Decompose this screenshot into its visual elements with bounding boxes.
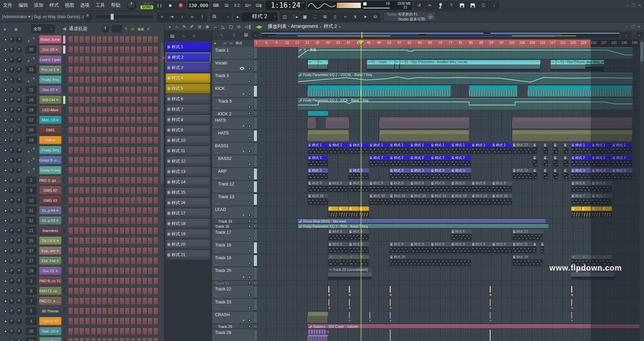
step-cell[interactable] <box>108 217 113 224</box>
step-cell[interactable] <box>79 297 84 305</box>
step-cell[interactable] <box>130 126 136 134</box>
step-cell[interactable] <box>85 76 90 83</box>
collapse-triangle-icon[interactable]: ▲ <box>242 92 245 95</box>
step-cell[interactable] <box>108 56 113 63</box>
step-cell[interactable] <box>153 106 158 114</box>
menu-选项[interactable]: 选项 <box>77 2 93 8</box>
pattern-clip[interactable]: 样式 9 <box>451 242 471 253</box>
pattern-clip[interactable]: 样式 18 <box>472 194 492 205</box>
link-icon[interactable]: ∞ <box>187 12 197 21</box>
step-cell[interactable] <box>102 86 107 94</box>
song-pat-toggle[interactable]: PAT SONG <box>141 2 153 9</box>
step-cell[interactable] <box>102 227 107 234</box>
channelrack-icon[interactable]: ▦ <box>300 12 310 21</box>
step-cell[interactable] <box>153 86 158 94</box>
pattern-clip[interactable]: 样式 8 <box>349 181 369 192</box>
pattern-item[interactable]: 样式 15 <box>166 188 210 197</box>
sample-clip[interactable] <box>308 117 315 128</box>
track-lane-Vocals[interactable]: ⊶⊶⊶01 -..ocals⊶⊶01 - Gigi D'Agostino - A… <box>254 60 639 72</box>
track-header-Track 22[interactable]: Track 22 <box>212 286 254 298</box>
channel-pan-knob[interactable] <box>9 137 14 143</box>
step-cell[interactable] <box>97 46 102 53</box>
step-cell[interactable] <box>79 167 84 174</box>
channel-mute-led[interactable] <box>4 119 7 122</box>
track-led[interactable] <box>248 137 251 140</box>
step-cell[interactable] <box>125 287 130 295</box>
channel-mixer-number[interactable]: 27 <box>26 257 37 265</box>
step-cell[interactable] <box>142 318 147 325</box>
step-cell[interactable] <box>130 287 136 295</box>
step-cell[interactable] <box>114 237 119 244</box>
step-cell[interactable] <box>142 116 147 124</box>
step-cell[interactable] <box>119 106 124 114</box>
step-cell[interactable] <box>91 217 96 224</box>
pattern-item[interactable]: 样式 14 <box>166 177 210 187</box>
step-cell[interactable] <box>97 167 102 174</box>
channel-mute-led[interactable] <box>4 270 7 273</box>
pattern-clip[interactable]: 样式 7 <box>571 194 591 205</box>
step-cell[interactable] <box>137 157 142 164</box>
channel-button[interactable]: PAD Cr..e 80s <box>39 297 61 305</box>
step-cell[interactable] <box>68 318 73 325</box>
step-cell[interactable] <box>148 207 153 214</box>
channel-mixer-number[interactable]: 37 <box>26 247 37 254</box>
step-cell[interactable] <box>85 328 90 335</box>
step-cell[interactable] <box>114 277 119 285</box>
step-cell[interactable] <box>97 267 102 275</box>
channel-button[interactable]: Swe..01⧻ <box>39 337 61 341</box>
step-cell[interactable] <box>74 46 79 53</box>
channel-volume-knob[interactable] <box>16 278 22 284</box>
step-cell[interactable] <box>153 297 158 305</box>
step-cell[interactable] <box>91 66 96 73</box>
step-cell[interactable] <box>74 147 79 154</box>
mini-clip[interactable] <box>490 330 491 341</box>
pattern-clip[interactable]: 样式 1 <box>451 143 471 154</box>
step-cell[interactable] <box>148 157 153 164</box>
step-cell[interactable] <box>91 147 96 154</box>
step-cell[interactable] <box>102 267 107 275</box>
step-cell[interactable] <box>97 207 102 214</box>
track-lane-HATS[interactable] <box>254 130 639 142</box>
step-cell[interactable] <box>74 116 79 124</box>
step-sequencer[interactable] <box>68 267 159 275</box>
pattern-clip[interactable] <box>533 168 538 179</box>
step-cell[interactable] <box>74 237 79 244</box>
step-cell[interactable] <box>142 197 147 204</box>
pattern-clip[interactable]: 样式 2 <box>451 156 471 167</box>
step-cell[interactable] <box>108 257 113 265</box>
step-cell[interactable] <box>79 116 84 124</box>
step-cell[interactable] <box>97 318 102 325</box>
step-cell[interactable] <box>79 46 84 53</box>
step-cell[interactable] <box>119 136 124 144</box>
track-lane-Track 18[interactable]: 样式 9样式 9样式 9样式 9样式 9样式 9样式 9样式 9样式 11 <box>254 242 639 254</box>
channel-mixer-number[interactable]: 28 <box>26 267 37 275</box>
track-header-Track 12[interactable]: Track 12 <box>212 181 254 193</box>
track-header-Vocals[interactable]: Vocals <box>212 60 254 72</box>
step-cell[interactable] <box>97 217 102 224</box>
channel-mute-led[interactable] <box>4 229 7 232</box>
channel-volume-knob[interactable] <box>15 36 23 44</box>
step-cell[interactable] <box>68 247 73 254</box>
step-cell[interactable] <box>68 187 73 194</box>
channel-mute-led[interactable] <box>4 129 7 132</box>
step-sequencer[interactable] <box>68 217 159 224</box>
channel-button[interactable]: Exp..are⧻ <box>39 247 61 255</box>
step-cell[interactable] <box>153 207 158 214</box>
step-cell[interactable] <box>74 136 79 144</box>
step-cell[interactable] <box>125 207 130 214</box>
channel-button[interactable]: Grv..01⧻ <box>39 267 61 275</box>
step-cell[interactable] <box>148 237 153 244</box>
channel-button[interactable]: Gr..p 03⧻ <box>39 217 61 225</box>
step-cell[interactable] <box>153 277 158 285</box>
step-sequencer[interactable] <box>68 66 159 73</box>
step-cell[interactable] <box>68 167 73 174</box>
step-cell[interactable] <box>119 66 124 73</box>
mini-clip[interactable] <box>390 299 391 306</box>
step-cell[interactable] <box>68 157 73 164</box>
step-cell[interactable] <box>125 116 130 124</box>
step-sequencer[interactable] <box>68 167 159 174</box>
pattern-clip[interactable] <box>564 143 568 154</box>
channel-mute-led[interactable] <box>4 58 7 61</box>
step-cell[interactable] <box>74 126 79 134</box>
step-cell[interactable] <box>108 86 113 94</box>
